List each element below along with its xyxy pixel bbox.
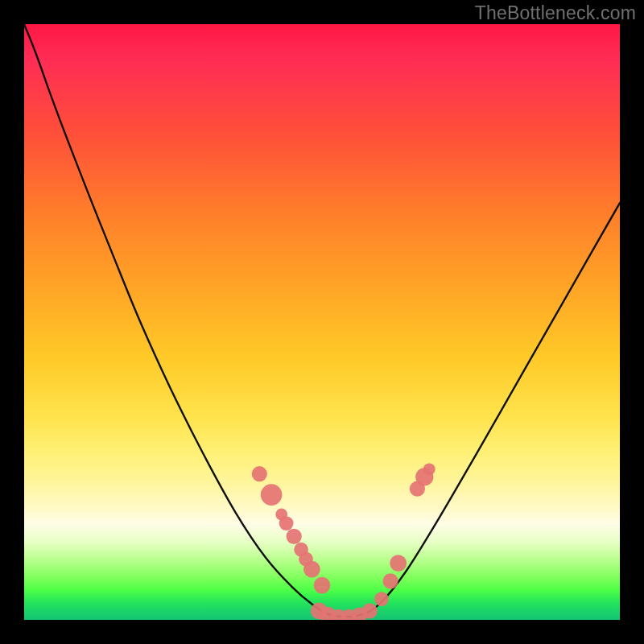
marker-point	[261, 484, 283, 506]
marker-point	[383, 573, 398, 588]
marker-point	[423, 463, 436, 475]
marker-point	[303, 561, 320, 578]
marker-point	[374, 592, 389, 606]
watermark-text: TheBottleneck.com	[475, 2, 636, 24]
marker-point	[287, 529, 302, 544]
chart-svg	[24, 24, 620, 620]
plot-area	[24, 24, 620, 620]
v-curve	[24, 24, 620, 617]
marker-point	[252, 466, 267, 481]
marker-point	[314, 577, 331, 594]
chart-frame: TheBottleneck.com	[0, 0, 644, 644]
marker-point	[390, 555, 407, 572]
marker-point	[279, 516, 294, 530]
marker-point	[362, 603, 378, 618]
curve-markers	[252, 463, 436, 620]
